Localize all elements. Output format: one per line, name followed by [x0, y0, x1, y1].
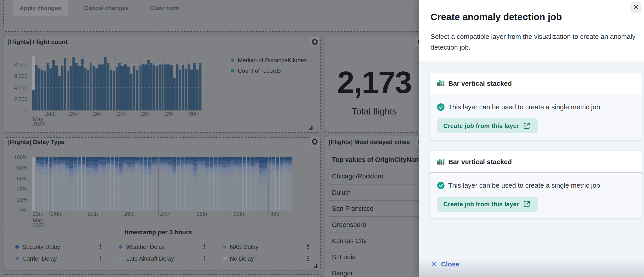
svg-text:6,000: 6,000 [14, 73, 28, 79]
svg-text:60%: 60% [17, 176, 28, 182]
svg-text:timestamp per 3 hours: timestamp per 3 hours [125, 229, 192, 236]
svg-text:27th: 27th [160, 211, 171, 217]
svg-text:26th: 26th [93, 111, 104, 117]
svg-text:8,000: 8,000 [14, 62, 28, 68]
svg-text:100%: 100% [14, 154, 28, 160]
svg-text:Late Aircraft Delay: Late Aircraft Delay [126, 255, 174, 262]
svg-text:No Delay: No Delay [230, 255, 254, 262]
svg-text:Carrier Delay: Carrier Delay [22, 255, 57, 262]
svg-text:24th: 24th [45, 111, 56, 117]
svg-text:29th: 29th [234, 211, 244, 217]
svg-text:Count of records: Count of records [238, 67, 281, 74]
svg-text:24th: 24th [51, 211, 61, 217]
svg-text:4,000: 4,000 [14, 85, 28, 91]
svg-text:23rd: 23rd [33, 211, 44, 217]
svg-text:25th: 25th [88, 211, 98, 217]
svg-text:NAS Delay: NAS Delay [230, 243, 258, 250]
svg-text:30th: 30th [270, 211, 281, 217]
svg-text:Median of DistanceKilomet…: Median of DistanceKilomet… [238, 57, 313, 64]
svg-text:40%: 40% [17, 186, 28, 192]
svg-text:26th: 26th [124, 211, 135, 217]
svg-text:Security Delay: Security Delay [22, 243, 60, 250]
svg-text:25th: 25th [69, 111, 80, 117]
svg-text:0: 0 [25, 108, 28, 114]
svg-text:27th: 27th [117, 111, 128, 117]
svg-text:2,000: 2,000 [14, 96, 28, 102]
svg-text:20%: 20% [17, 197, 28, 203]
svg-text:2022: 2022 [33, 222, 44, 228]
svg-text:2022: 2022 [33, 121, 45, 127]
svg-text:0%: 0% [20, 207, 28, 213]
svg-text:30th: 30th [189, 111, 200, 117]
svg-text:80%: 80% [17, 165, 28, 171]
svg-text:28th: 28th [141, 111, 152, 117]
svg-text:Weather Delay: Weather Delay [126, 243, 165, 250]
svg-text:29th: 29th [165, 111, 176, 117]
svg-text:28th: 28th [197, 211, 207, 217]
